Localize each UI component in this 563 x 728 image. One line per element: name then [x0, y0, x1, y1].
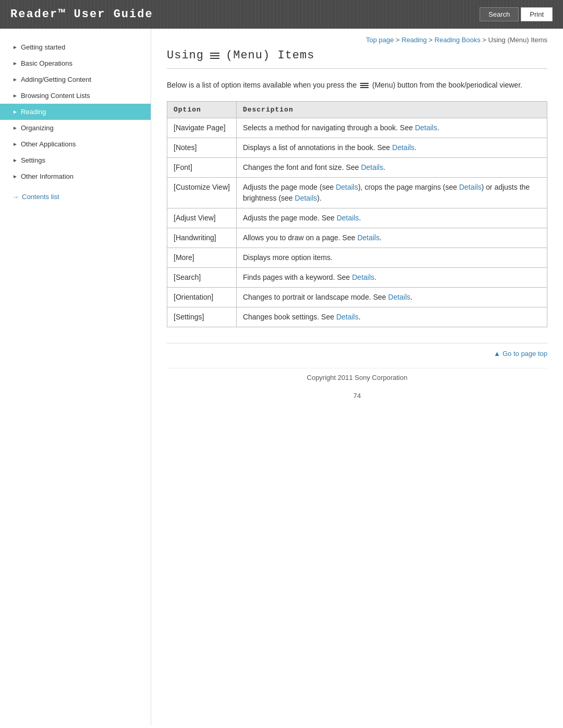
footer-area: ▲ Go to page top	[167, 343, 547, 357]
go-to-top-link[interactable]: ▲ Go to page top	[494, 350, 547, 357]
sidebar-item-browsing-content-lists[interactable]: ► Browsing Content Lists	[0, 88, 151, 104]
table-row: [Adjust View] Adjusts the page mode. See…	[167, 208, 547, 228]
sidebar-item-other-applications[interactable]: ► Other Applications	[0, 136, 151, 152]
option-search: [Search]	[167, 268, 237, 288]
details-link[interactable]: Details	[388, 293, 411, 301]
details-link[interactable]: Details	[337, 214, 359, 222]
option-customize-view: [Customize View]	[167, 178, 237, 208]
details-link[interactable]: Details	[357, 233, 380, 242]
arrow-icon: ►	[13, 93, 18, 98]
options-table: Option Description [Navigate Page] Selec…	[167, 101, 547, 327]
go-to-top-label: Go to page top	[503, 350, 547, 357]
sidebar-item-adding-getting-content[interactable]: ► Adding/Getting Content	[0, 71, 151, 88]
arrow-icon: ►	[13, 60, 18, 66]
desc-navigate-page: Selects a method for navigating through …	[236, 118, 547, 138]
sidebar-item-other-information[interactable]: ► Other Information	[0, 168, 151, 184]
page-number: 74	[167, 392, 547, 400]
option-handwriting: [Handwriting]	[167, 228, 237, 248]
sidebar-item-organizing[interactable]: ► Organizing	[0, 120, 151, 136]
inline-menu-icon	[360, 83, 369, 88]
sidebar-item-label: Other Information	[21, 172, 74, 180]
option-adjust-view: [Adjust View]	[167, 208, 237, 228]
table-row: [Navigate Page] Selects a method for nav…	[167, 118, 547, 138]
sidebar-item-label: Basic Operations	[21, 59, 72, 67]
desc-adjust-view: Adjusts the page mode. See Details.	[236, 208, 547, 228]
title-suffix: (Menu) Items	[226, 49, 314, 62]
layout: ► Getting started ► Basic Operations ► A…	[0, 29, 563, 725]
sidebar-item-settings[interactable]: ► Settings	[0, 152, 151, 168]
intro-text-after: (Menu) button from the book/periodical v…	[372, 81, 522, 89]
contents-link-label: Contents list	[22, 193, 59, 201]
desc-customize-view: Adjusts the page mode (see Details), cro…	[236, 178, 547, 208]
details-link[interactable]: Details	[415, 124, 437, 132]
details-link[interactable]: Details	[352, 273, 374, 281]
sidebar-item-label: Adding/Getting Content	[21, 76, 91, 83]
print-button[interactable]: Print	[521, 7, 553, 21]
sidebar-item-label: Reading	[21, 108, 46, 116]
sidebar-item-label: Browsing Content Lists	[21, 92, 90, 100]
triangle-up-icon: ▲	[494, 350, 500, 357]
sidebar-item-reading[interactable]: ► Reading	[0, 104, 151, 120]
desc-orientation: Changes to portrait or landscape mode. S…	[236, 288, 547, 307]
col-description: Description	[236, 102, 547, 118]
intro-paragraph: Below is a list of option items availabl…	[167, 79, 547, 91]
breadcrumb-separator: >	[429, 36, 434, 44]
arrow-icon: ►	[13, 44, 18, 50]
site-title: Reader™ User Guide	[10, 8, 153, 21]
page-number-value: 74	[353, 392, 361, 400]
details-link-3[interactable]: Details	[295, 194, 317, 202]
option-font: [Font]	[167, 158, 237, 178]
intro-text-before: Below is a list of option items availabl…	[167, 81, 359, 89]
option-orientation: [Orientation]	[167, 288, 237, 307]
breadcrumb-top[interactable]: Top page	[366, 36, 394, 44]
details-link-2[interactable]: Details	[459, 183, 482, 191]
header: Reader™ User Guide Search Print	[0, 0, 563, 29]
table-row: [Settings] Changes book settings. See De…	[167, 307, 547, 327]
option-notes: [Notes]	[167, 138, 237, 158]
details-link[interactable]: Details	[361, 163, 383, 171]
table-row: [Handwriting] Allows you to draw on a pa…	[167, 228, 547, 248]
details-link[interactable]: Details	[392, 143, 414, 152]
desc-font: Changes the font and font size. See Deta…	[236, 158, 547, 178]
desc-search: Finds pages with a keyword. See Details.	[236, 268, 547, 288]
desc-notes: Displays a list of annotations in the bo…	[236, 138, 547, 158]
arrow-icon: ►	[13, 77, 18, 82]
desc-more: Displays more option items.	[236, 248, 547, 268]
sidebar-item-label: Getting started	[21, 43, 65, 51]
details-link-1[interactable]: Details	[336, 183, 358, 191]
breadcrumb-reading[interactable]: Reading	[401, 36, 426, 44]
table-row: [Notes] Displays a list of annotations i…	[167, 138, 547, 158]
arrow-icon: ►	[13, 141, 18, 147]
table-row: [Search] Finds pages with a keyword. See…	[167, 268, 547, 288]
option-navigate-page: [Navigate Page]	[167, 118, 237, 138]
details-link[interactable]: Details	[336, 313, 359, 321]
sidebar: ► Getting started ► Basic Operations ► A…	[0, 29, 151, 725]
sidebar-item-label: Organizing	[21, 124, 54, 132]
sidebar-item-basic-operations[interactable]: ► Basic Operations	[0, 55, 151, 71]
option-more: [More]	[167, 248, 237, 268]
menu-icon	[210, 53, 219, 59]
desc-handwriting: Allows you to draw on a page. See Detail…	[236, 228, 547, 248]
arrow-icon: ►	[13, 157, 18, 163]
arrow-icon: ►	[13, 174, 18, 179]
breadcrumb-current: Using (Menu) Items	[488, 36, 547, 44]
sidebar-item-label: Settings	[21, 156, 45, 164]
sidebar-item-getting-started[interactable]: ► Getting started	[0, 39, 151, 55]
page-title: Using (Menu) Items	[167, 49, 547, 69]
main-content: Top page > Reading > Reading Books > Usi…	[151, 29, 563, 725]
title-prefix: Using	[167, 49, 204, 62]
search-button[interactable]: Search	[480, 7, 519, 21]
table-row: [Customize View] Adjusts the page mode (…	[167, 178, 547, 208]
table-row: [More] Displays more option items.	[167, 248, 547, 268]
arrow-icon: ►	[13, 125, 18, 131]
header-buttons: Search Print	[480, 7, 553, 21]
breadcrumb-separator: >	[396, 36, 401, 44]
table-row: [Orientation] Changes to portrait or lan…	[167, 288, 547, 307]
copyright: Copyright 2011 Sony Corporation	[167, 368, 547, 387]
breadcrumb-reading-books[interactable]: Reading Books	[435, 36, 481, 44]
arrow-right-icon: →	[13, 193, 19, 201]
desc-settings: Changes book settings. See Details.	[236, 307, 547, 327]
contents-list-link[interactable]: → Contents list	[0, 189, 151, 205]
arrow-icon: ►	[13, 109, 18, 115]
table-row: [Font] Changes the font and font size. S…	[167, 158, 547, 178]
